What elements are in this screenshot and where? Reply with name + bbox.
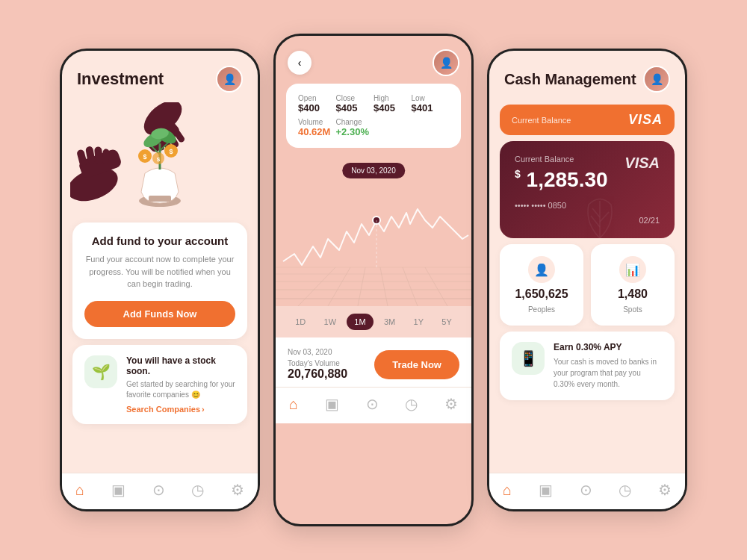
svg-line-41 <box>600 212 609 222</box>
search-link-text: Search Companies <box>126 405 200 414</box>
trade-now-button[interactable]: Trade Now <box>374 350 459 379</box>
svg-text:$: $ <box>169 148 173 155</box>
high-stat: High $405 <box>374 94 412 113</box>
avatar: 👤 <box>216 66 243 93</box>
open-label: Open $400 <box>298 94 336 113</box>
nav-wallet-icon[interactable]: ▣ <box>111 481 125 499</box>
volume-info: Nov 03, 2020 Today's Volume 20,760,880 <box>288 348 347 381</box>
nav-settings-icon[interactable]: ⚙ <box>658 481 672 499</box>
investment-header: Investment 👤 <box>62 51 258 99</box>
nav-clock-icon[interactable]: ◷ <box>191 481 204 499</box>
change-stat: Change +2.30% <box>336 118 374 137</box>
visa-banner-logo: VISA <box>628 112 663 128</box>
bottom-nav-chart: ⌂ ▣ ⊙ ◷ ⚙ <box>276 387 471 423</box>
open-label-text: Open <box>298 94 336 102</box>
svg-text:$: $ <box>143 153 146 161</box>
phone-chart: ‹ 👤 Open $400 Close $405 High $405 Low $… <box>273 34 474 526</box>
close-stat: Close $405 <box>336 94 374 113</box>
high-label-text: High <box>374 94 412 102</box>
cash-header: Cash Management 👤 <box>489 51 685 100</box>
stock-desc: Get started by searching for your favori… <box>126 379 235 400</box>
credit-card: Current Balance VISA $ 1,285.30 ••••• ••… <box>500 141 675 238</box>
nav-settings-icon[interactable]: ⚙ <box>444 395 458 413</box>
bottom-nav: ⌂ ▣ ⊙ ◷ ⚙ <box>62 473 258 509</box>
open-value: $400 <box>298 102 336 113</box>
nav-settings-icon[interactable]: ⚙ <box>231 481 244 499</box>
nav-search-icon[interactable]: ⊙ <box>580 481 592 499</box>
volume-label: Today's Volume <box>288 359 347 367</box>
nav-home-icon[interactable]: ⌂ <box>503 482 512 499</box>
time-tabs: 1D 1W 1M 3M 1Y 5Y <box>276 306 471 337</box>
tab-3m[interactable]: 3M <box>376 314 403 330</box>
chart-date-badge: Nov 03, 2020 <box>342 163 405 178</box>
avatar-chart: 👤 <box>433 49 459 76</box>
back-button[interactable]: ‹ <box>288 51 311 75</box>
nav-clock-icon[interactable]: ◷ <box>619 481 631 499</box>
spots-count: 1,480 <box>618 287 648 301</box>
nav-wallet-icon[interactable]: ▣ <box>539 481 553 499</box>
chevron-right-icon: › <box>202 405 205 414</box>
stock-title: You will have a stock soon. <box>126 355 235 376</box>
low-stat: Low $401 <box>412 94 450 113</box>
tab-5y[interactable]: 5Y <box>434 314 459 330</box>
peoples-label: Peoples <box>528 305 555 314</box>
tab-1y[interactable]: 1Y <box>406 314 431 330</box>
tab-1m[interactable]: 1M <box>347 314 373 330</box>
earn-text: Earn 0.30% APY Your cash is moved to ban… <box>554 342 663 390</box>
svg-rect-13 <box>149 196 171 202</box>
avatar-cash: 👤 <box>643 66 670 93</box>
currency-symbol: $ <box>515 168 521 180</box>
spots-label: Spots <box>623 305 642 314</box>
nav-home-icon[interactable]: ⌂ <box>289 396 298 413</box>
svg-line-32 <box>328 267 350 306</box>
low-value: $401 <box>412 102 450 113</box>
visa-banner-label: Current Balance <box>512 116 571 125</box>
add-fund-desc: Fund your account now to complete your p… <box>84 253 235 290</box>
close-value: $405 <box>336 102 374 113</box>
stock-text: You will have a stock soon. Get started … <box>126 355 235 414</box>
close-label-text: Close <box>336 94 374 102</box>
svg-line-31 <box>298 267 335 306</box>
nav-wallet-icon[interactable]: ▣ <box>325 395 339 413</box>
plant-icon: 🌱 <box>84 355 117 388</box>
avatar-image: 👤 <box>217 67 241 91</box>
cash-title: Cash Management <box>504 71 636 88</box>
phone-cash-management: Cash Management 👤 Current Balance VISA C… <box>487 49 687 511</box>
volume-label-text: Volume <box>298 118 336 126</box>
chart-topbar: ‹ 👤 <box>276 36 471 84</box>
svg-line-40 <box>591 216 600 227</box>
phone-investment: Investment 👤 <box>60 49 260 511</box>
search-companies-link[interactable]: Search Companies › <box>126 405 235 414</box>
spots-icon: 📊 <box>619 256 646 283</box>
earn-card: 📱 Earn 0.30% APY Your cash is moved to b… <box>500 332 675 400</box>
card-expiry: 02/21 <box>639 216 660 225</box>
tab-1d[interactable]: 1D <box>288 314 313 330</box>
peoples-card: 👤 1,650,625 Peoples <box>500 244 583 326</box>
svg-line-34 <box>380 267 388 306</box>
nav-clock-icon[interactable]: ◷ <box>405 395 418 413</box>
svg-line-33 <box>358 267 365 306</box>
spots-card: 📊 1,480 Spots <box>591 244 675 326</box>
card-decoration <box>570 186 630 238</box>
svg-line-36 <box>425 267 447 306</box>
volume-stat: Volume 40.62M <box>298 118 336 137</box>
add-fund-title: Add fund to your account <box>84 234 235 247</box>
card-visa-logo: VISA <box>624 155 660 172</box>
change-label-text: Change <box>336 118 374 126</box>
add-funds-button[interactable]: Add Funds Now <box>84 301 235 327</box>
high-value: $405 <box>374 102 412 113</box>
earn-icon: 📱 <box>512 342 545 375</box>
volume-value: 40.62M <box>298 126 336 137</box>
avatar-chart-image: 👤 <box>434 51 458 75</box>
nav-search-icon[interactable]: ⊙ <box>152 481 165 499</box>
nav-search-icon[interactable]: ⊙ <box>366 395 379 413</box>
nav-home-icon[interactable]: ⌂ <box>75 482 84 499</box>
svg-text:$: $ <box>157 156 161 163</box>
chart-bottom: Nov 03, 2020 Today's Volume 20,760,880 T… <box>276 337 471 387</box>
visa-banner: Current Balance VISA <box>500 105 675 135</box>
stock-soon-card: 🌱 You will have a stock soon. Get starte… <box>72 345 247 424</box>
bottom-nav-cash: ⌂ ▣ ⊙ ◷ ⚙ <box>489 473 685 509</box>
bottom-date: Nov 03, 2020 <box>288 348 347 356</box>
peoples-count: 1,650,625 <box>515 287 568 301</box>
tab-1w[interactable]: 1W <box>317 314 344 330</box>
